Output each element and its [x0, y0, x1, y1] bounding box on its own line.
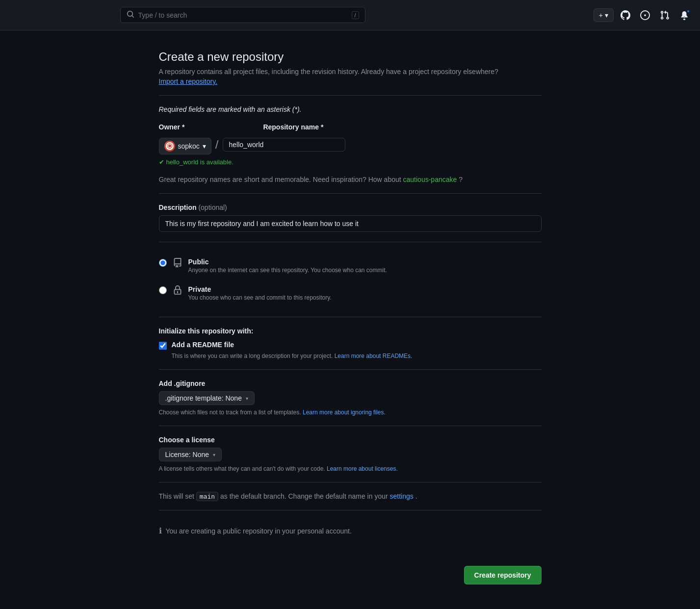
private-title: Private — [188, 285, 542, 293]
visibility-section: Public Anyone on the internet can see th… — [159, 252, 542, 307]
search-icon — [127, 10, 134, 20]
issues-button[interactable] — [637, 7, 653, 23]
create-btn-row: Create repository — [159, 556, 542, 584]
private-option[interactable]: Private You choose who can see and commi… — [159, 279, 542, 307]
private-radio[interactable] — [159, 286, 167, 294]
page-subtitle: A repository contains all project files,… — [159, 68, 542, 76]
license-title: Choose a license — [159, 436, 542, 444]
gitignore-arrow-icon: ▾ — [246, 396, 248, 401]
divider-7 — [159, 482, 542, 482]
copilot-button[interactable] — [618, 7, 633, 23]
divider-5 — [159, 369, 542, 370]
info-icon: ℹ — [159, 526, 162, 535]
repo-name-label: Repository name * — [263, 123, 323, 131]
license-btn-label: License: None — [165, 451, 209, 458]
available-text: hello_world is available. — [166, 158, 233, 166]
public-icon — [173, 258, 182, 270]
initialize-title: Initialize this repository with: — [159, 327, 542, 335]
notification-dot — [686, 9, 690, 13]
owner-label: Owner * — [159, 123, 185, 131]
nav-icons: + ▾ — [594, 7, 692, 23]
top-navigation: / + ▾ — [0, 0, 700, 30]
owner-avatar — [164, 141, 175, 152]
divider-6 — [159, 426, 542, 426]
new-dropdown-arrow: ▾ — [605, 11, 608, 19]
public-option[interactable]: Public Anyone on the internet can see th… — [159, 252, 542, 279]
gitignore-dropdown[interactable]: .gitignore template: None ▾ — [159, 391, 255, 405]
readme-link[interactable]: Learn more about READMEs. — [335, 353, 413, 359]
search-slash-icon: / — [352, 11, 359, 19]
owner-repo-section: Owner * Repository name * sopkoc ▾ / ✔ h… — [159, 123, 542, 166]
required-note: Required fields are marked with an aster… — [159, 105, 542, 113]
divider-4 — [159, 317, 542, 317]
create-repository-button[interactable]: Create repository — [464, 566, 542, 584]
divider-1 — [159, 95, 542, 96]
info-box: ℹ You are creating a public repository i… — [159, 520, 542, 541]
search-input[interactable] — [138, 11, 348, 19]
branch-code: main — [196, 492, 218, 501]
license-dropdown[interactable]: License: None ▾ — [159, 448, 222, 461]
readme-desc: This is where you can write a long descr… — [172, 353, 542, 359]
private-desc: You choose who can see and commit to thi… — [188, 294, 542, 301]
import-link[interactable]: Import a repository. — [159, 77, 218, 85]
description-input[interactable] — [159, 215, 542, 232]
description-section: Description (optional) — [159, 203, 542, 232]
license-arrow-icon: ▾ — [213, 452, 215, 457]
divider-2 — [159, 193, 542, 194]
pull-requests-button[interactable] — [657, 7, 673, 23]
license-helper: A license tells others what they can and… — [159, 465, 542, 472]
owner-select-button[interactable]: sopkoc ▾ — [159, 138, 211, 154]
public-radio[interactable] — [159, 259, 167, 267]
main-content: Create a new repository A repository con… — [149, 30, 551, 609]
private-icon — [173, 285, 182, 298]
gitignore-section: Add .gitignore .gitignore template: None… — [159, 380, 542, 416]
branch-note: This will set main as the default branch… — [159, 492, 542, 500]
repo-name-input[interactable] — [223, 138, 345, 152]
private-text: Private You choose who can see and commi… — [188, 285, 542, 301]
owner-repo-row: sopkoc ▾ / — [159, 138, 542, 154]
gitignore-btn-label: .gitignore template: None — [165, 394, 242, 402]
check-icon: ✔ — [159, 158, 164, 166]
name-suggestion: Great repository names are short and mem… — [159, 176, 542, 183]
search-bar[interactable]: / — [120, 7, 365, 23]
public-desc: Anyone on the internet can see this repo… — [188, 267, 542, 274]
readme-row: Add a README file — [159, 341, 542, 350]
page-title: Create a new repository — [159, 50, 542, 64]
plus-icon: + — [599, 11, 603, 19]
divider-3 — [159, 242, 542, 242]
owner-dropdown-arrow: ▾ — [203, 142, 206, 150]
gitignore-title: Add .gitignore — [159, 380, 542, 387]
gitignore-helper: Choose which files not to track from a l… — [159, 409, 542, 416]
public-title: Public — [188, 258, 542, 266]
readme-label: Add a README file — [172, 341, 234, 349]
suggestion-name[interactable]: cautious-pancake — [403, 176, 457, 183]
readme-checkbox[interactable] — [159, 342, 167, 350]
owner-name: sopkoc — [178, 142, 200, 150]
license-section: Choose a license License: None ▾ A licen… — [159, 436, 542, 472]
gitignore-learn-link[interactable]: Learn more about ignoring files. — [303, 409, 386, 416]
initialize-section: Initialize this repository with: Add a R… — [159, 327, 542, 359]
notifications-button[interactable] — [676, 7, 692, 23]
new-button[interactable]: + ▾ — [594, 8, 614, 22]
public-text: Public Anyone on the internet can see th… — [188, 258, 542, 274]
description-label: Description (optional) — [159, 203, 227, 211]
availability-message: ✔ hello_world is available. — [159, 158, 542, 166]
divider-8 — [159, 510, 542, 510]
license-learn-link[interactable]: Learn more about licenses. — [327, 465, 398, 472]
settings-link[interactable]: settings — [390, 492, 414, 500]
info-text: You are creating a public repository in … — [166, 527, 352, 535]
slash-divider: / — [211, 139, 223, 151]
